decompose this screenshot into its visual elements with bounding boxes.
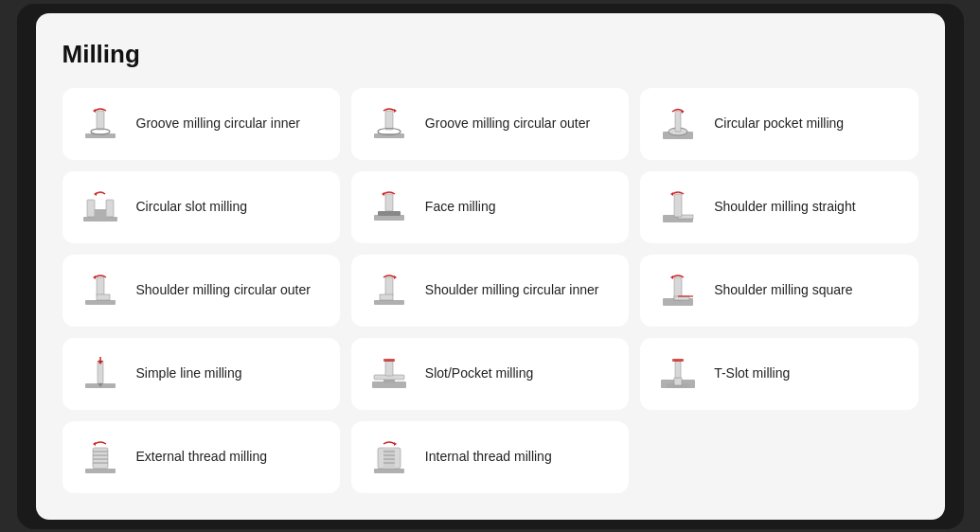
milling-item-t-slot-milling[interactable]: T-Slot milling <box>640 338 918 410</box>
svg-rect-10 <box>675 111 681 132</box>
svg-rect-23 <box>674 194 682 217</box>
shoulder-circular-outer-icon <box>78 268 123 313</box>
svg-rect-26 <box>97 277 104 296</box>
svg-rect-27 <box>97 294 110 300</box>
svg-rect-46 <box>383 359 395 362</box>
milling-item-shoulder-milling-circular-outer[interactable]: Shoulder milling circular outer <box>62 255 340 327</box>
svg-marker-3 <box>93 109 96 113</box>
svg-marker-20 <box>382 192 384 196</box>
milling-item-shoulder-milling-straight[interactable]: Shoulder milling straight <box>640 171 918 243</box>
milling-grid: Groove milling circular inner Groove mil… <box>62 88 918 493</box>
milling-item-label-slot-pocket-milling: Slot/Pocket milling <box>425 364 533 382</box>
svg-rect-35 <box>674 296 689 300</box>
t-slot-icon <box>655 351 701 397</box>
shoulder-square-icon <box>655 268 701 313</box>
shoulder-straight-icon <box>655 185 701 230</box>
milling-item-external-thread-milling[interactable]: External thread milling <box>62 421 340 493</box>
milling-item-label-face-milling: Face milling <box>425 198 496 216</box>
svg-rect-61 <box>383 448 395 469</box>
milling-item-circular-pocket-milling[interactable]: Circular pocket milling <box>640 88 918 160</box>
svg-rect-12 <box>83 217 117 222</box>
svg-rect-29 <box>374 300 404 305</box>
milling-item-label-internal-thread-milling: Internal thread milling <box>425 448 552 466</box>
milling-item-label-t-slot-milling: T-Slot milling <box>714 364 790 382</box>
svg-marker-16 <box>94 192 97 196</box>
milling-item-face-milling[interactable]: Face milling <box>351 171 629 243</box>
outer-container: Milling Groove milling circular inner <box>17 4 964 529</box>
external-thread-icon <box>78 434 123 480</box>
svg-rect-1 <box>97 111 104 130</box>
shoulder-circular-inner-icon <box>366 268 412 313</box>
svg-rect-5 <box>385 111 393 130</box>
groove-circular-inner-icon <box>78 101 123 147</box>
svg-rect-53 <box>93 448 108 469</box>
milling-item-label-shoulder-milling-square: Shoulder milling square <box>714 281 852 299</box>
circular-pocket-icon <box>655 101 701 147</box>
simple-line-icon <box>78 351 123 397</box>
svg-rect-50 <box>675 361 681 378</box>
svg-marker-58 <box>93 442 96 446</box>
svg-rect-52 <box>85 469 116 473</box>
milling-item-slot-pocket-milling[interactable]: Slot/Pocket milling <box>351 338 629 410</box>
milling-item-simple-line-milling[interactable]: Simple line milling <box>62 338 340 410</box>
svg-rect-51 <box>672 359 684 362</box>
milling-item-groove-milling-circular-outer[interactable]: Groove milling circular outer <box>351 88 629 160</box>
page-title: Milling <box>62 40 918 69</box>
svg-rect-4 <box>374 133 404 138</box>
face-milling-icon <box>366 185 412 230</box>
svg-marker-7 <box>394 109 397 113</box>
milling-item-label-shoulder-milling-circular-outer: Shoulder milling circular outer <box>136 281 311 299</box>
svg-rect-31 <box>380 294 393 300</box>
milling-item-label-groove-milling-circular-inner: Groove milling circular inner <box>136 115 301 133</box>
milling-item-label-shoulder-milling-circular-inner: Shoulder milling circular inner <box>425 281 599 299</box>
main-card: Milling Groove milling circular inner <box>36 13 945 520</box>
svg-rect-25 <box>85 300 116 305</box>
svg-rect-18 <box>378 211 401 216</box>
svg-marker-66 <box>394 442 397 446</box>
svg-rect-19 <box>385 194 393 211</box>
svg-rect-14 <box>106 200 114 217</box>
svg-marker-36 <box>670 275 673 279</box>
svg-marker-32 <box>394 275 397 279</box>
svg-marker-24 <box>670 192 673 196</box>
svg-rect-49 <box>674 378 682 385</box>
milling-item-label-shoulder-milling-straight: Shoulder milling straight <box>714 198 855 216</box>
svg-rect-45 <box>385 361 393 376</box>
circular-slot-icon <box>78 185 123 230</box>
milling-item-shoulder-milling-square[interactable]: Shoulder milling square <box>640 255 918 327</box>
slot-pocket-icon <box>366 351 412 397</box>
milling-item-label-groove-milling-circular-outer: Groove milling circular outer <box>425 115 590 133</box>
milling-item-shoulder-milling-circular-inner[interactable]: Shoulder milling circular inner <box>351 255 629 327</box>
svg-marker-28 <box>93 275 96 279</box>
milling-item-label-circular-slot-milling: Circular slot milling <box>136 198 247 216</box>
groove-circular-outer-icon <box>366 101 412 147</box>
milling-item-internal-thread-milling[interactable]: Internal thread milling <box>351 421 629 493</box>
milling-item-label-external-thread-milling: External thread milling <box>136 448 268 466</box>
svg-rect-59 <box>374 469 404 473</box>
milling-item-label-circular-pocket-milling: Circular pocket milling <box>714 115 844 133</box>
milling-item-circular-slot-milling[interactable]: Circular slot milling <box>62 171 340 243</box>
svg-rect-15 <box>95 209 106 217</box>
internal-thread-icon <box>366 434 412 480</box>
svg-rect-30 <box>385 277 393 296</box>
milling-item-groove-milling-circular-inner[interactable]: Groove milling circular inner <box>62 88 340 160</box>
svg-rect-13 <box>87 200 95 217</box>
milling-item-label-simple-line-milling: Simple line milling <box>136 364 242 382</box>
